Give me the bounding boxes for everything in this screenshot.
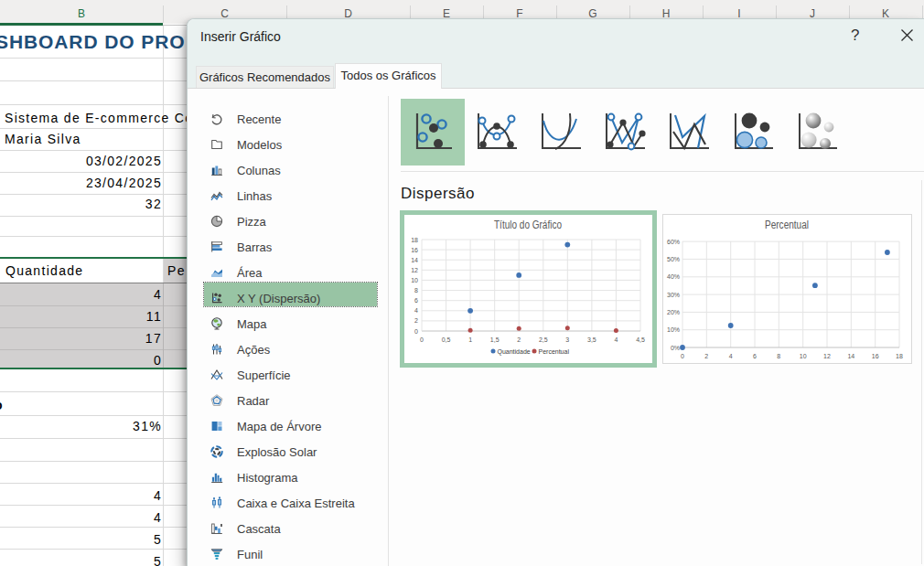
svg-text:40%: 40% — [667, 273, 680, 280]
svg-text:Título do Gráfico: Título do Gráfico — [494, 219, 562, 231]
svg-text:14: 14 — [847, 353, 854, 359]
svg-text:6: 6 — [414, 297, 418, 304]
svg-text:2: 2 — [704, 353, 708, 359]
svg-text:14: 14 — [411, 257, 418, 263]
svg-text:8: 8 — [777, 353, 780, 359]
svg-text:8: 8 — [414, 287, 418, 294]
svg-text:0%: 0% — [671, 345, 680, 351]
svg-text:0: 0 — [414, 328, 418, 335]
svg-text:10%: 10% — [667, 326, 680, 333]
svg-text:Percentual: Percentual — [539, 348, 570, 355]
svg-text:4: 4 — [414, 307, 418, 314]
svg-text:0: 0 — [420, 336, 424, 343]
svg-text:4: 4 — [614, 336, 618, 343]
svg-text:6: 6 — [753, 353, 757, 359]
svg-text:12: 12 — [823, 353, 831, 359]
svg-text:16: 16 — [411, 247, 418, 253]
svg-text:50%: 50% — [667, 256, 680, 262]
svg-text:3,5: 3,5 — [587, 336, 596, 343]
svg-text:1: 1 — [468, 336, 472, 343]
svg-text:0,5: 0,5 — [442, 336, 451, 343]
svg-text:Percentual: Percentual — [765, 219, 809, 231]
svg-text:16: 16 — [872, 353, 879, 359]
svg-text:Quantidade: Quantidade — [498, 348, 531, 356]
svg-text:3: 3 — [565, 336, 569, 343]
svg-text:4,5: 4,5 — [636, 336, 645, 343]
svg-text:12: 12 — [411, 267, 418, 273]
svg-text:30%: 30% — [667, 292, 680, 298]
svg-text:10: 10 — [411, 277, 418, 283]
svg-text:0: 0 — [681, 353, 684, 359]
svg-text:2: 2 — [517, 336, 521, 343]
svg-text:2,5: 2,5 — [539, 336, 548, 343]
svg-text:4: 4 — [729, 353, 733, 359]
svg-text:18: 18 — [411, 237, 418, 243]
svg-text:20%: 20% — [667, 309, 680, 315]
svg-text:18: 18 — [896, 353, 903, 359]
svg-text:1,5: 1,5 — [490, 336, 500, 343]
svg-text:60%: 60% — [667, 239, 680, 245]
svg-text:10: 10 — [800, 353, 807, 359]
svg-text:2: 2 — [414, 317, 418, 324]
